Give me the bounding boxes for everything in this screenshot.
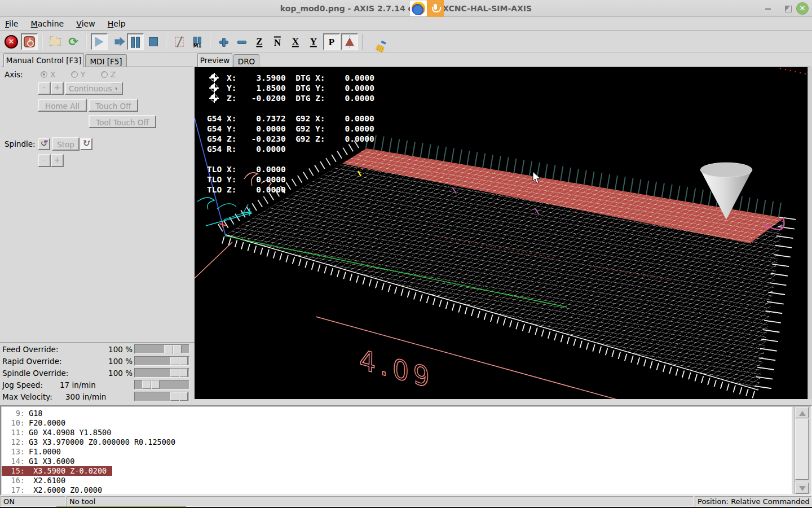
jog-minus-button[interactable]: - xyxy=(38,82,51,95)
gcode-line[interactable]: 9:G18 xyxy=(2,409,792,418)
skip-lines-button[interactable] xyxy=(171,33,188,50)
firefox-icon[interactable] xyxy=(410,1,427,16)
optional-pause-icon: M1 xyxy=(192,37,202,47)
gcode-line[interactable]: 16: X2.6100 xyxy=(2,476,792,485)
gcode-line-number: 14: xyxy=(2,457,29,466)
run-icon xyxy=(95,37,104,47)
zoom-out-button[interactable] xyxy=(233,33,250,50)
power-button[interactable] xyxy=(21,33,38,50)
stop-button[interactable] xyxy=(145,33,162,50)
homed-icon xyxy=(210,74,218,81)
rapid-override-slider[interactable] xyxy=(134,356,189,366)
gcode-line-number: 15: xyxy=(2,466,29,476)
close-button[interactable] xyxy=(796,2,809,14)
view-z2-button[interactable]: N xyxy=(269,33,286,50)
gcode-line-active[interactable]: 15: X3.5900 Z-0.0200 xyxy=(2,466,792,476)
open-file-button[interactable] xyxy=(47,33,64,50)
rapid-override-value: 100 % xyxy=(108,357,133,366)
feed-override-thumb[interactable] xyxy=(164,345,182,353)
touch-off-button[interactable]: Touch Off xyxy=(89,99,138,112)
jog-plus-button[interactable]: + xyxy=(51,82,64,95)
dro-row-g54z: G54 Z: -0.0230 G92 Z: 0.0000 xyxy=(207,134,374,144)
gcode-line[interactable]: 14:G1 X3.6000 xyxy=(2,457,792,466)
spindle-override-slider[interactable] xyxy=(134,368,189,378)
homed-icon xyxy=(210,84,218,91)
gcode-line[interactable]: 13:F1.0000 xyxy=(2,447,792,457)
menu-view[interactable]: View xyxy=(71,17,100,31)
spindle-stop-button[interactable]: Stop xyxy=(52,137,80,151)
jog-speed-thumb[interactable] xyxy=(142,380,160,389)
tool-touch-off-button[interactable]: Tool Touch Off xyxy=(89,115,156,128)
gcode-line[interactable]: 17: X2.6000 Z0.0000 xyxy=(2,485,792,494)
menu-machine[interactable]: Machine xyxy=(26,17,69,31)
radio-circle-icon xyxy=(101,71,108,78)
jog-plus-label: + xyxy=(54,83,60,92)
spindle-ccw-button[interactable]: ↺ xyxy=(38,138,50,150)
view-perspective-button[interactable]: P xyxy=(323,33,340,50)
optional-pause-button[interactable]: M1 xyxy=(189,33,206,50)
gcode-line-number: 11: xyxy=(2,428,29,437)
maximize-button[interactable] xyxy=(782,3,794,14)
dro-text: TLO Z: 0.0000 xyxy=(207,185,286,194)
menu-file[interactable]: File xyxy=(0,17,23,31)
axis-radio-z[interactable]: Z xyxy=(101,70,116,79)
radio-circle-icon xyxy=(71,71,78,78)
gcode-scrollbar[interactable] xyxy=(794,407,809,494)
feed-override-slider[interactable] xyxy=(134,344,189,354)
jog-mode-dropdown[interactable]: Continuous xyxy=(65,82,123,95)
rapid-override-label: Rapid Override: xyxy=(2,357,62,366)
pause-button[interactable] xyxy=(127,33,144,50)
gcode-line[interactable]: 11:G0 X4.0908 Y1.8500 xyxy=(2,428,792,437)
view-z2-icon: N xyxy=(274,37,281,47)
run-button[interactable] xyxy=(91,33,108,50)
axis-radio-y[interactable]: Y xyxy=(71,70,85,79)
spindle-plus-button[interactable]: + xyxy=(51,154,64,167)
dro-text: Y: 1.8500 DTG Y: 0.0000 xyxy=(227,84,374,93)
minimize-button[interactable] xyxy=(762,3,775,14)
view-z-button[interactable]: Z xyxy=(251,33,268,50)
axis-z-label: Z xyxy=(111,70,116,79)
jog-minus-label: - xyxy=(43,83,46,92)
gcode-line[interactable]: 12:G3 X3.970000 Z0.000000 R0.125000 xyxy=(2,437,792,447)
dro-row-g54r: G54 R: 0.0000 xyxy=(207,144,374,154)
estop-button[interactable] xyxy=(3,33,20,50)
scrollbar-thumb[interactable] xyxy=(795,419,809,480)
menu-machine-rest: achine xyxy=(38,19,64,28)
home-all-label: Home All xyxy=(45,102,80,111)
axis-label: Axis: xyxy=(5,70,23,79)
axis-radio-x[interactable]: X xyxy=(41,70,55,79)
rapid-override-thumb[interactable] xyxy=(170,357,188,365)
menu-help[interactable]: Help xyxy=(103,17,131,31)
reload-button[interactable]: ⟳ xyxy=(65,33,82,50)
dro-row-blank xyxy=(207,103,374,113)
max-velocity-slider[interactable] xyxy=(134,392,189,401)
spindle-override-thumb[interactable] xyxy=(170,369,188,377)
spindle-minus-button[interactable]: - xyxy=(38,154,51,167)
max-velocity-thumb[interactable] xyxy=(170,392,188,401)
dro-text: TLO X: 0.0000 xyxy=(207,165,286,174)
jog-speed-slider[interactable] xyxy=(134,380,189,389)
scroll-up-icon[interactable] xyxy=(795,407,809,418)
view-y-button[interactable]: Y xyxy=(305,33,322,50)
home-all-button[interactable]: Home All xyxy=(38,99,87,112)
dro-text: G54 Z: -0.0230 G92 Z: 0.0000 xyxy=(207,134,374,143)
microphone-icon[interactable] xyxy=(427,0,444,17)
tab-preview[interactable]: Preview xyxy=(197,53,232,67)
jog-speed-row: Jog Speed: 17 in/min xyxy=(0,379,195,391)
menu-file-rest: ile xyxy=(9,19,18,28)
tab-manual-control[interactable]: Manual Control [F3] xyxy=(3,53,84,67)
tab-mdi[interactable]: MDI [F5] xyxy=(85,54,127,67)
preview-canvas[interactable]: 4.09 X: 3.5900 DTG X: 0.0000 Y: 1.8500 D… xyxy=(195,67,807,399)
spindle-cw-button[interactable]: ↻ xyxy=(80,138,92,150)
gcode-line[interactable]: 10:F20.0000 xyxy=(2,418,792,428)
toolbar-separator xyxy=(42,34,43,50)
step-button[interactable] xyxy=(109,33,126,50)
view-x-button[interactable]: X xyxy=(287,33,304,50)
reload-icon: ⟳ xyxy=(68,36,78,47)
dro-text: X: 3.5900 DTG X: 0.0000 xyxy=(227,73,374,82)
clear-plot-button[interactable] xyxy=(367,33,384,50)
zoom-in-button[interactable] xyxy=(215,33,232,50)
scroll-down-icon[interactable] xyxy=(795,483,809,494)
tab-dro[interactable]: DRO xyxy=(233,54,259,67)
rotate-view-button[interactable] xyxy=(341,33,358,50)
